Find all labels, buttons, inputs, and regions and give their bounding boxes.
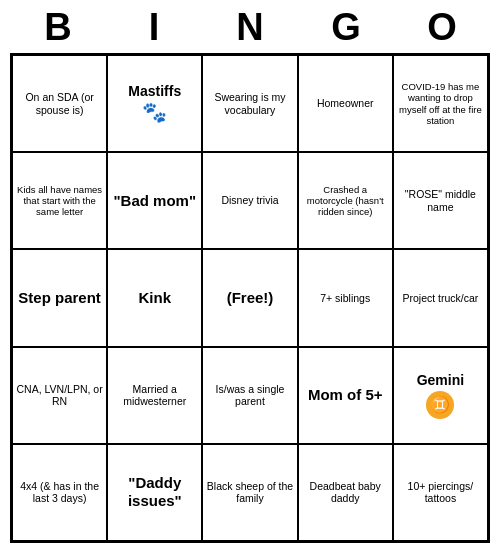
cell-text-g1: Homeowner: [317, 97, 374, 110]
cell-o5: 10+ piercings/ tattoos: [393, 444, 488, 541]
cell-text-i2: "Bad mom": [114, 192, 197, 210]
bingo-header: B I N G O: [10, 0, 490, 53]
cell-text-g4: Mom of 5+: [308, 386, 383, 404]
cell-g5: Deadbeat baby daddy: [298, 444, 393, 541]
cell-text-o2: "ROSE" middle name: [397, 188, 484, 213]
paw-icon: 🐾: [142, 100, 167, 124]
cell-text-o3: Project truck/car: [402, 292, 478, 305]
cell-o1: COVID-19 has me wanting to drop myself o…: [393, 55, 488, 152]
cell-text-i1: Mastiffs: [128, 83, 181, 100]
cell-text-g2: Crashed a motorcycle (hasn't ridden sinc…: [302, 184, 389, 218]
cell-text-g3: 7+ siblings: [320, 292, 370, 305]
cell-o4: Gemini♊: [393, 347, 488, 444]
cell-b1: On an SDA (or spouse is): [12, 55, 107, 152]
cell-text-i3: Kink: [139, 289, 172, 307]
cell-n4: Is/was a single parent: [202, 347, 297, 444]
cell-text-o5: 10+ piercings/ tattoos: [397, 480, 484, 505]
cell-text-o1: COVID-19 has me wanting to drop myself o…: [397, 81, 484, 127]
cell-text-n2: Disney trivia: [221, 194, 278, 207]
cell-text-free: (Free!): [227, 289, 274, 307]
cell-text-n1: Swearing is my vocabulary: [206, 91, 293, 116]
cell-i5: "Daddy issues": [107, 444, 202, 541]
cell-n2: Disney trivia: [202, 152, 297, 249]
letter-i: I: [110, 6, 198, 49]
cell-i1: Mastiffs🐾: [107, 55, 202, 152]
cell-g4: Mom of 5+: [298, 347, 393, 444]
bingo-grid: On an SDA (or spouse is)Mastiffs🐾Swearin…: [10, 53, 490, 543]
letter-b: B: [14, 6, 102, 49]
cell-text-i5: "Daddy issues": [111, 474, 198, 510]
cell-text-b3: Step parent: [18, 289, 101, 307]
cell-text-b2: Kids all have names that start with the …: [16, 184, 103, 218]
cell-b2: Kids all have names that start with the …: [12, 152, 107, 249]
cell-o3: Project truck/car: [393, 249, 488, 346]
cell-i4: Married a midwesterner: [107, 347, 202, 444]
cell-b3: Step parent: [12, 249, 107, 346]
cell-text-g5: Deadbeat baby daddy: [302, 480, 389, 505]
cell-text-b5: 4x4 (& has in the last 3 days): [16, 480, 103, 505]
gemini-icon: ♊: [426, 391, 454, 419]
cell-n3: (Free!): [202, 249, 297, 346]
cell-text-b1: On an SDA (or spouse is): [16, 91, 103, 116]
cell-b4: CNA, LVN/LPN, or RN: [12, 347, 107, 444]
letter-o: O: [398, 6, 486, 49]
cell-g2: Crashed a motorcycle (hasn't ridden sinc…: [298, 152, 393, 249]
cell-i2: "Bad mom": [107, 152, 202, 249]
cell-text-n4: Is/was a single parent: [206, 383, 293, 408]
cell-g1: Homeowner: [298, 55, 393, 152]
cell-text-n5: Black sheep of the family: [206, 480, 293, 505]
letter-n: N: [206, 6, 294, 49]
cell-o2: "ROSE" middle name: [393, 152, 488, 249]
cell-text-i4: Married a midwesterner: [111, 383, 198, 408]
letter-g: G: [302, 6, 390, 49]
cell-n5: Black sheep of the family: [202, 444, 297, 541]
cell-i3: Kink: [107, 249, 202, 346]
cell-g3: 7+ siblings: [298, 249, 393, 346]
cell-b5: 4x4 (& has in the last 3 days): [12, 444, 107, 541]
cell-text-o4: Gemini: [417, 372, 464, 389]
cell-n1: Swearing is my vocabulary: [202, 55, 297, 152]
cell-text-b4: CNA, LVN/LPN, or RN: [16, 383, 103, 408]
